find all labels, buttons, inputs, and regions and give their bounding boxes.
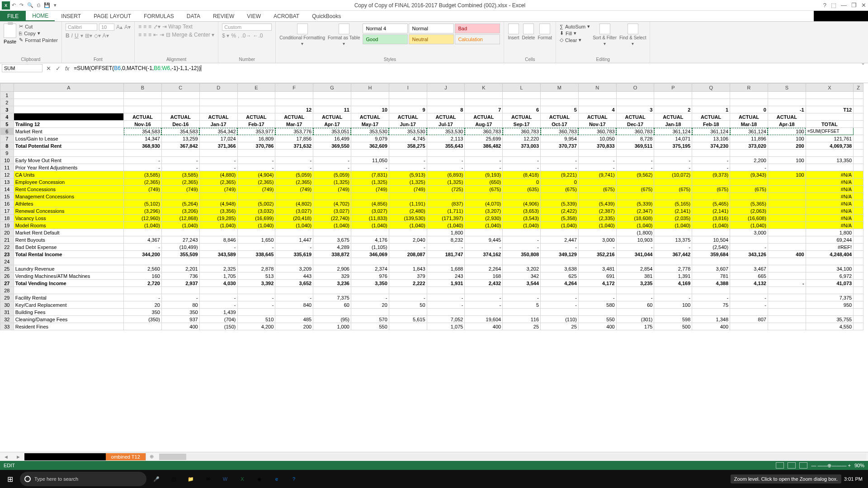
cell[interactable]	[199, 150, 237, 157]
cell[interactable]: ACTUAL	[768, 113, 806, 121]
cell[interactable]: (5,358)	[541, 215, 579, 222]
cell[interactable]	[730, 287, 768, 294]
cell[interactable]: (12,960)	[124, 215, 162, 222]
column-header[interactable]: B	[124, 84, 162, 92]
qat-print[interactable]: ⎙	[37, 2, 40, 8]
cell[interactable]: 3,607	[692, 265, 730, 272]
cell[interactable]	[427, 258, 465, 265]
cell[interactable]: ACTUAL	[275, 113, 313, 121]
cell[interactable]: 13,259	[161, 135, 199, 142]
cell[interactable]: 1,843	[389, 265, 427, 272]
cell[interactable]: 10,903	[616, 236, 654, 244]
cell[interactable]: 9,445	[465, 236, 503, 244]
cell[interactable]: (4,880)	[199, 171, 237, 178]
cell[interactable]	[14, 150, 123, 157]
cell[interactable]	[768, 244, 806, 251]
cell[interactable]	[351, 150, 389, 157]
cell[interactable]	[692, 150, 730, 157]
cell[interactable]: 3,638	[541, 265, 579, 272]
bold-button[interactable]: B	[66, 33, 70, 39]
row-header[interactable]: 13	[0, 178, 14, 186]
cell[interactable]: 373,003	[503, 142, 541, 150]
cell[interactable]: 1,650	[237, 236, 275, 244]
cell[interactable]: 9	[389, 106, 427, 113]
orientation-icon[interactable]: ⤤▾	[153, 23, 160, 30]
cell[interactable]	[465, 92, 503, 99]
cell[interactable]: (1,325)	[427, 178, 465, 186]
cell[interactable]: 7	[465, 106, 503, 113]
cell[interactable]	[806, 309, 853, 316]
currency-button[interactable]: $ ▾	[222, 33, 229, 39]
cell[interactable]: 691	[578, 272, 616, 280]
cell[interactable]: 379	[389, 272, 427, 280]
cell[interactable]: -	[541, 294, 579, 301]
cell[interactable]	[692, 258, 730, 265]
cell[interactable]: 2,264	[465, 265, 503, 272]
cell[interactable]: 3	[616, 106, 654, 113]
taskbar-clock[interactable]: 3:01 PM	[844, 476, 865, 482]
cell[interactable]: 2,447	[541, 236, 579, 244]
cell[interactable]: 7,375	[313, 294, 351, 301]
cell[interactable]: (3,206)	[161, 207, 199, 215]
cell[interactable]	[654, 99, 692, 106]
cell[interactable]: (1,040)	[124, 222, 162, 229]
cell[interactable]: 6,972	[806, 272, 853, 280]
cell[interactable]: -	[692, 294, 730, 301]
cell[interactable]: 370,833	[578, 142, 616, 150]
align-bottom-icon[interactable]: ≡	[148, 23, 151, 30]
comma-button[interactable]: ,	[238, 33, 239, 39]
cell[interactable]: 5	[503, 301, 541, 309]
mic-icon[interactable]: 🎤	[149, 472, 164, 486]
cell[interactable]: 13,106	[692, 135, 730, 142]
cell[interactable]: (3,816)	[692, 215, 730, 222]
cell[interactable]: 580	[578, 301, 616, 309]
format-cells-button[interactable]: Format	[538, 23, 552, 40]
cell[interactable]	[541, 258, 579, 265]
cell[interactable]: (1,040)	[237, 222, 275, 229]
cell[interactable]: ACTUAL	[389, 113, 427, 121]
cell-styles-gallery[interactable]: Normal 4 Normal Bad Good Neutral Calcula…	[363, 23, 500, 44]
cell[interactable]	[654, 258, 692, 265]
column-header[interactable]: E	[237, 84, 275, 92]
cell[interactable]: 386,482	[465, 142, 503, 150]
style-bad[interactable]: Bad	[455, 23, 500, 33]
row-header[interactable]: 15	[0, 193, 14, 200]
cell[interactable]: 2,325	[199, 265, 237, 272]
cell[interactable]: (6,893)	[427, 171, 465, 178]
cell[interactable]: 0	[541, 178, 579, 186]
cell[interactable]: (5,102)	[124, 200, 162, 207]
cell[interactable]: 485	[275, 316, 313, 323]
cell[interactable]: (110)	[541, 316, 579, 323]
cell[interactable]: 2,878	[237, 265, 275, 272]
cell[interactable]: -	[730, 164, 768, 171]
cell[interactable]: 20	[124, 301, 162, 309]
normal-view-icon[interactable]	[776, 462, 784, 469]
cell[interactable]	[389, 193, 427, 200]
cell[interactable]: 371,632	[275, 142, 313, 150]
cell[interactable]: (1,040)	[199, 222, 237, 229]
cell[interactable]: (675)	[692, 186, 730, 193]
cell[interactable]: Prior Year Rent Adjustments	[14, 164, 123, 171]
cell[interactable]	[768, 178, 806, 186]
cell[interactable]: ACTUAL	[124, 113, 162, 121]
number-format-select[interactable]: Custom	[222, 23, 272, 31]
cell[interactable]: (675)	[578, 186, 616, 193]
cell[interactable]: ACTUAL	[351, 113, 389, 121]
cell[interactable]: 200	[768, 142, 806, 150]
cell[interactable]: 9,954	[541, 135, 579, 142]
cell[interactable]: (675)	[465, 186, 503, 193]
cell[interactable]: -	[237, 301, 275, 309]
row-header[interactable]: 4	[0, 113, 14, 121]
cell[interactable]: Facility Rental	[14, 294, 123, 301]
cell[interactable]: (1,040)	[541, 222, 579, 229]
cell[interactable]	[768, 200, 806, 207]
cell[interactable]	[578, 178, 616, 186]
column-header[interactable]: G	[313, 84, 351, 92]
cell[interactable]	[161, 150, 199, 157]
cell[interactable]: 34,100	[806, 265, 853, 272]
qat-redo[interactable]: ↷	[19, 2, 24, 8]
cell[interactable]: 807	[730, 316, 768, 323]
cell[interactable]	[389, 229, 427, 236]
cell[interactable]: -	[578, 294, 616, 301]
cell[interactable]: (2,930)	[465, 215, 503, 222]
